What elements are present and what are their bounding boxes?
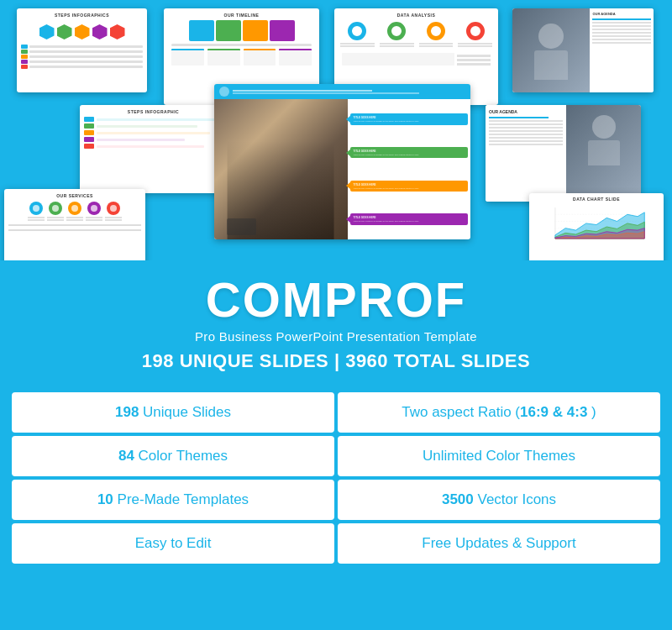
slide-thumb-main: TITLE GOES HERE There are many variation… [214,84,470,239]
slide-thumb-agenda-top: OUR AGENDA [512,8,654,92]
slide-thumb-agenda-mid: OUR AGENDA [486,105,641,202]
feature-aspect-ratio-pre: Two aspect Ratio ( [402,404,520,420]
product-slides-info: 198 UNIQUE SLIDES | 3960 TOTAL SLIDES [8,350,664,372]
agenda-mid-label: OUR AGENDA [489,109,563,114]
feature-updates-text: Free Updates & Support [422,535,575,551]
slide-title-data: DATA ANALYSIS [339,13,494,18]
feature-color-themes-text: Color Themes [139,448,228,464]
feature-updates-support: Free Updates & Support [338,523,660,564]
feature-vector-icons: 3500 Vector Icons [338,480,660,520]
product-subtitle: Pro Business PowerPoint Presentation Tem… [8,329,664,344]
agenda-top-label: OUR AGENDA [592,12,651,16]
slide-title-chart: DATA CHART SLIDE [533,197,660,202]
slide-title-steps-mid: STEPS INFOGRAPHIC [84,109,223,114]
feature-vector-text: Vector Icons [478,491,557,507]
feature-easy-edit-text: Easy to Edit [135,535,212,551]
slide-title-steps: STEPS INFOGRAPHICS [21,13,143,18]
product-title: COMPROF [8,276,664,324]
slide-thumb-services: OUR SERVICES [4,189,145,260]
slide-thumb-steps-mid: STEPS INFOGRAPHIC [80,105,227,193]
feature-aspect-ratio-bold: 16:9 & 4:3 [520,404,587,420]
slide-title-services: OUR SERVICES [8,193,141,198]
title-area: COMPROF Pro Business PowerPoint Presenta… [0,260,672,381]
feature-premade-text: Pre-Made Templates [118,491,249,507]
feature-unlimited-themes-text: Unlimited Color Themes [423,448,575,464]
feature-premade-templates: 10 Pre-Made Templates [12,480,334,520]
slide-title-timeline: OUR TIMELINE [168,13,315,18]
feature-unique-slides: 198 Unique Slides [12,392,334,433]
feature-unlimited-themes: Unlimited Color Themes [338,436,660,476]
preview-area: STEPS INFOGRAPHICS [0,0,672,260]
feature-aspect-ratio-post: ) [587,404,596,420]
feature-color-themes: 84 Color Themes [12,436,334,476]
feature-unique-slides-bold: 198 [115,404,139,420]
slide-thumb-steps-top: STEPS INFOGRAPHICS [17,8,147,92]
feature-premade-bold: 10 [97,491,113,507]
feature-easy-edit: Easy to Edit [12,523,334,564]
feature-color-themes-bold: 84 [118,448,134,464]
slide-thumb-chart: DATA CHART SLIDE [529,193,664,260]
feature-unique-slides-text: Unique Slides [143,404,231,420]
features-grid: 198 Unique Slides Two aspect Ratio (16:9… [0,381,672,572]
feature-aspect-ratio: Two aspect Ratio (16:9 & 4:3 ) [338,392,660,433]
feature-vector-bold: 3500 [442,491,474,507]
